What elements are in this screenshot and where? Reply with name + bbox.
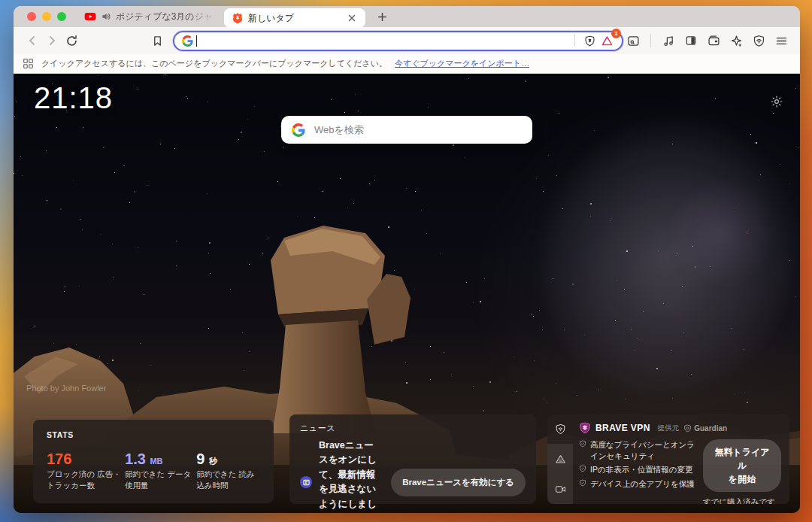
tab-title: ポジティブな3月のジャズ - 甘い — [116, 11, 217, 23]
button-line: を開始 — [729, 474, 756, 484]
bookmark-button[interactable] — [147, 31, 167, 50]
bookmark-hint-text: クイックアクセスするには、このページをブックマークバーにブックマークしてください… — [41, 58, 387, 69]
google-icon — [292, 123, 305, 137]
stat-time-saved: 9 秒 節約できた 読み込み時間 — [196, 451, 260, 491]
stat-unit: MB — [150, 457, 162, 466]
sidebar-search-icon[interactable] — [623, 31, 643, 50]
reading-mode-icon[interactable] — [681, 31, 701, 50]
search-placeholder: Webを検索 — [314, 123, 364, 137]
stat-label: 節約できた データ使用量 — [125, 469, 196, 491]
stats-title: STATS — [47, 430, 260, 439]
new-tab-button[interactable] — [373, 8, 391, 26]
import-bookmarks-link[interactable]: 今すぐブックマークをインポート… — [395, 58, 529, 69]
already-purchased-link[interactable]: すでに購入済みですか？ — [703, 496, 781, 504]
minimize-window-button[interactable] — [42, 12, 51, 21]
divider — [650, 34, 651, 47]
shield-check-icon — [579, 440, 586, 448]
button-line: 無料トライアル — [714, 447, 769, 471]
vpn-feature: デバイス上の全アプリを保護 — [579, 478, 698, 490]
apps-grid-icon — [23, 58, 34, 69]
window-controls — [14, 12, 77, 21]
settings-gear-icon[interactable] — [770, 95, 783, 108]
rail-talk-tab[interactable] — [547, 474, 573, 504]
new-tab-page: 21:18 Webを検索 Photo by John Fowler STATS … — [14, 74, 800, 513]
shield-check-icon — [579, 479, 586, 487]
web-search-box[interactable]: Webを検索 — [281, 116, 532, 144]
enable-news-button[interactable]: Braveニュースを有効にする — [391, 469, 526, 496]
stat-data-saved: 1.3 MB 節約できた データ使用量 — [125, 451, 196, 491]
google-icon — [182, 35, 193, 47]
brave-icon — [232, 12, 244, 24]
toolbar-actions — [623, 31, 791, 50]
navigation-toolbar: 1 — [14, 27, 800, 54]
vpn-feature-list: 高度なプライバシーとオンラインセキュリティ IPの非表示・位置情報の変更 デバイ… — [579, 439, 698, 504]
browser-window: ポジティブな3月のジャズ - 甘い 新しいタブ — [14, 6, 800, 513]
brave-vpn-logo — [579, 422, 591, 434]
news-card: ニュース Braveニュースをオンにして、最新情報を見逃さないようにしましょう … — [289, 414, 536, 504]
vpn-feature: 高度なプライバシーとオンラインセキュリティ — [579, 439, 698, 461]
leo-ai-icon[interactable] — [726, 31, 746, 50]
tab-new-tab[interactable]: 新しいタブ — [224, 8, 365, 28]
rail-vpn-tab[interactable] — [547, 414, 573, 444]
url-input[interactable] — [197, 35, 568, 47]
wallet-icon[interactable] — [704, 31, 723, 50]
stat-value: 1.3 — [125, 451, 146, 467]
stat-blocked: 176 ブロック済の 広告・トラッカー数 — [47, 451, 125, 491]
widget-rail — [547, 414, 573, 504]
stats-card: STATS 176 ブロック済の 広告・トラッカー数 1.3 MB 節約できた … — [33, 420, 274, 503]
url-bar[interactable]: 1 — [173, 31, 623, 51]
menu-icon[interactable] — [771, 31, 791, 50]
back-button[interactable] — [23, 31, 42, 50]
stat-unit: 秒 — [209, 457, 217, 466]
vpn-feature: IPの非表示・位置情報の変更 — [579, 464, 698, 475]
stat-label: 節約できた 読み込み時間 — [196, 469, 260, 491]
vpn-brand: BRAVE VPN — [595, 423, 650, 433]
brave-shields-icon[interactable] — [581, 32, 598, 49]
youtube-icon — [84, 11, 96, 23]
close-window-button[interactable] — [27, 12, 36, 21]
vpn-provider-label: 提供元 — [658, 423, 680, 433]
tab-youtube[interactable]: ポジティブな3月のジャズ - 甘い — [77, 6, 224, 27]
news-message: Braveニュースをオンにして、最新情報を見逃さないようにしましょう — [319, 439, 377, 513]
zoom-window-button[interactable] — [57, 12, 66, 21]
stat-value: 176 — [47, 451, 71, 467]
reload-button[interactable] — [62, 31, 81, 50]
guardian-label: Guardian — [694, 424, 727, 432]
rail-rewards-tab[interactable] — [547, 444, 573, 474]
playlist-icon[interactable] — [659, 31, 678, 50]
bookmark-bar: クイックアクセスするには、このページをブックマークバーにブックマークしてください… — [14, 54, 800, 74]
brave-rewards-icon[interactable]: 1 — [598, 32, 616, 49]
audio-playing-icon — [101, 11, 111, 22]
divider — [574, 35, 575, 47]
shield-check-icon — [579, 465, 586, 472]
tab-title: 新しいタブ — [248, 12, 341, 25]
stat-label: ブロック済の 広告・トラッカー数 — [47, 469, 125, 491]
guardian-logo: Guardian — [683, 424, 727, 432]
tab-close-icon[interactable] — [346, 12, 358, 24]
free-trial-button[interactable]: 無料トライアル を開始 — [703, 439, 781, 492]
vpn-shield-icon[interactable] — [749, 31, 768, 50]
news-title: ニュース — [300, 423, 526, 434]
photo-credit: Photo by John Fowler — [26, 384, 106, 393]
rewards-badge: 1 — [611, 29, 621, 38]
stat-value: 9 — [196, 451, 205, 467]
forward-button[interactable] — [42, 31, 62, 50]
tab-strip: ポジティブな3月のジャズ - 甘い 新しいタブ — [14, 6, 800, 27]
brave-news-icon — [300, 476, 312, 488]
vpn-card: BRAVE VPN 提供元 Guardian 高度なプライバシーとオンラインセキ… — [547, 414, 789, 504]
clock: 21:18 — [34, 81, 113, 115]
